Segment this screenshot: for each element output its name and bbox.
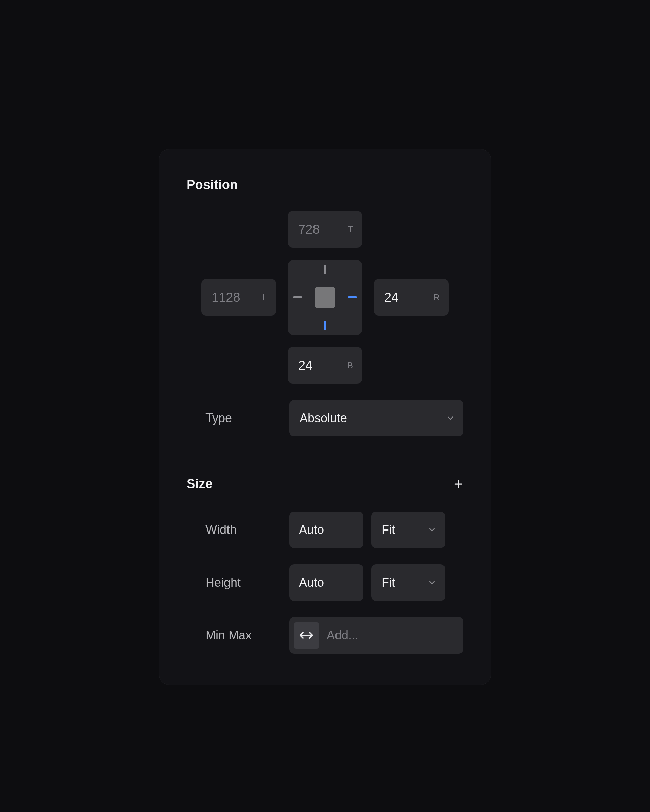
- position-bottom-value: 24: [298, 358, 312, 373]
- position-mid-row: 1128 L 24 R: [202, 260, 448, 335]
- width-value: Auto: [299, 523, 324, 537]
- anchor-center-handle[interactable]: [315, 287, 335, 308]
- width-value-input[interactable]: Auto: [289, 511, 363, 548]
- width-mode-value: Fit: [382, 523, 395, 537]
- height-mode-select[interactable]: Fit: [372, 564, 445, 601]
- position-section-title: Position: [187, 178, 463, 192]
- plus-icon[interactable]: [453, 479, 463, 489]
- position-top-letter: T: [348, 224, 353, 235]
- position-right-letter: R: [433, 292, 440, 303]
- height-value-input[interactable]: Auto: [289, 564, 363, 601]
- size-section: Size Width Auto Fit: [187, 477, 463, 654]
- minmax-placeholder: Add...: [327, 628, 358, 643]
- height-row: Height Auto Fit: [187, 564, 463, 601]
- position-right-input[interactable]: 24 R: [374, 279, 448, 316]
- position-top-value: 728: [298, 222, 320, 237]
- position-bottom-input[interactable]: 24 B: [288, 347, 362, 384]
- height-mode-value: Fit: [382, 575, 395, 590]
- minmax-label: Min Max: [187, 628, 281, 643]
- width-mode-select[interactable]: Fit: [372, 511, 445, 548]
- position-left-input[interactable]: 1128 L: [202, 279, 276, 316]
- width-label: Width: [187, 523, 281, 537]
- anchor-tick-right[interactable]: [348, 296, 357, 298]
- chevron-down-icon: [446, 414, 455, 423]
- position-type-row: Type Absolute: [187, 400, 463, 437]
- position-anchor-grid: 728 T 1128 L 24: [187, 211, 463, 384]
- minmax-row: Min Max Add...: [187, 617, 463, 654]
- anchor-tick-bottom[interactable]: [324, 321, 326, 330]
- position-type-select[interactable]: Absolute: [289, 400, 463, 437]
- position-anchor-control[interactable]: [288, 260, 362, 335]
- height-label: Height: [187, 575, 281, 590]
- anchor-tick-top[interactable]: [324, 264, 326, 274]
- position-section: Position 728 T 1128 L: [187, 178, 463, 437]
- chevron-down-icon: [428, 525, 436, 534]
- anchor-tick-left[interactable]: [293, 296, 302, 298]
- position-type-value: Absolute: [300, 411, 347, 425]
- horizontal-resize-icon: [294, 622, 319, 649]
- size-section-title: Size: [187, 477, 213, 491]
- inspector-panel: Position 728 T 1128 L: [159, 149, 491, 685]
- section-divider: [187, 458, 463, 458]
- position-bottom-letter: B: [347, 360, 353, 371]
- position-left-letter: L: [262, 292, 267, 303]
- position-type-label: Type: [187, 411, 281, 425]
- width-row: Width Auto Fit: [187, 511, 463, 548]
- position-right-value: 24: [384, 290, 398, 305]
- position-top-input[interactable]: 728 T: [288, 211, 362, 248]
- minmax-input[interactable]: Add...: [289, 617, 463, 654]
- size-section-header: Size: [187, 477, 463, 491]
- height-value: Auto: [299, 575, 324, 590]
- chevron-down-icon: [428, 578, 436, 587]
- position-left-value: 1128: [212, 290, 240, 305]
